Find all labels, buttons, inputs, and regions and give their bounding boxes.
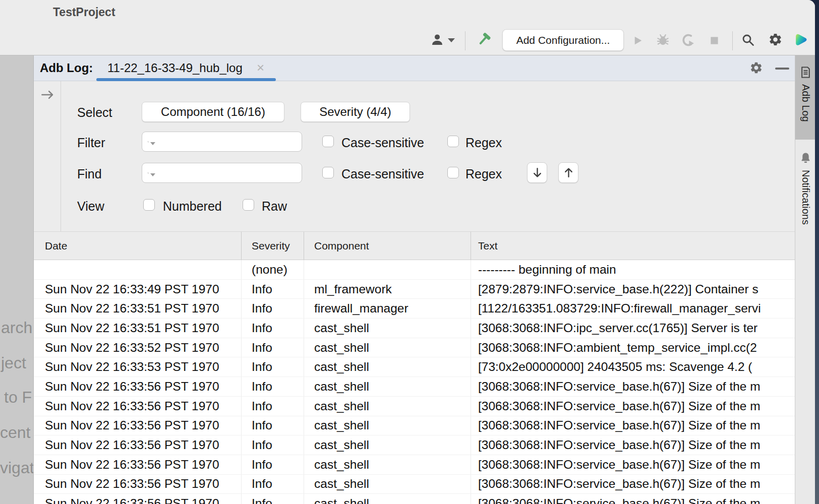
- filter-regex-checkbox[interactable]: [447, 136, 459, 147]
- log-file-tab[interactable]: 11-22_16-33-49_hub_log ×: [96, 55, 276, 81]
- search-icon[interactable]: [741, 33, 755, 47]
- find-input-wrap: [142, 163, 302, 183]
- component-filter-button[interactable]: Component (16/16): [142, 102, 284, 122]
- log-table-row[interactable]: Sun Nov 22 16:33:51 PST 1970 Info cast_s…: [34, 319, 795, 338]
- toolwindow-tab-notifications[interactable]: Notifications: [795, 146, 815, 302]
- find-regex-label: Regex: [465, 167, 502, 181]
- run-icon[interactable]: [631, 34, 644, 47]
- find-case-sensitive-checkbox[interactable]: [322, 167, 334, 178]
- toolbar-separator: [732, 31, 733, 50]
- user-icon[interactable]: [430, 32, 445, 47]
- log-component-cell: cast_shell: [304, 435, 471, 455]
- filter-section: Select Component (16/16) Severity (4/4) …: [34, 81, 795, 231]
- find-label: Find: [77, 167, 102, 181]
- log-text-cell: [3068:3068:INFO:service_base.h(67)] Size…: [471, 416, 795, 435]
- debug-icon[interactable]: [656, 33, 670, 47]
- log-text-cell: --------- beginning of main: [471, 260, 795, 279]
- log-text-cell: [3068:3068:INFO:ipc_server.cc(1765)] Ser…: [471, 319, 795, 338]
- log-date-cell: Sun Nov 22 16:33:56 PST 1970: [34, 494, 242, 504]
- log-component-cell: cast_shell: [304, 397, 471, 416]
- assistant-sphere-icon[interactable]: [793, 32, 808, 47]
- numbered-label: Numbered: [163, 199, 222, 214]
- log-severity-cell: Info: [242, 455, 304, 474]
- find-regex-checkbox[interactable]: [447, 167, 459, 178]
- build-hammer-icon[interactable]: [475, 31, 492, 48]
- log-table-row[interactable]: Sun Nov 22 16:33:51 PST 1970 Info firewa…: [34, 299, 795, 319]
- log-component-cell: cast_shell: [304, 357, 471, 376]
- log-text-cell: [3068:3068:INFO:service_base.h(67)] Size…: [471, 435, 795, 455]
- log-table-body: (none) --------- beginning of main Sun N…: [34, 260, 795, 504]
- raw-label: Raw: [262, 199, 287, 214]
- log-text-cell: [3068:3068:INFO:service_base.h(67)] Size…: [471, 377, 795, 396]
- log-date-cell: Sun Nov 22 16:33:49 PST 1970: [34, 280, 242, 299]
- profiler-icon[interactable]: [681, 33, 695, 47]
- log-table-row[interactable]: Sun Nov 22 16:33:56 PST 1970 Info cast_s…: [34, 416, 795, 436]
- log-date-cell: Sun Nov 22 16:33:53 PST 1970: [34, 357, 242, 376]
- close-icon[interactable]: ×: [257, 60, 264, 75]
- toolwindow-tab-adb-log[interactable]: Adb Log: [795, 55, 815, 140]
- log-date-cell: [34, 260, 242, 279]
- toolwindow-tab-label: Adb Log: [800, 84, 811, 122]
- toolwindow-tab-label: Notifications: [800, 170, 811, 225]
- search-icon: [147, 167, 149, 179]
- adb-log-panel: Adb Log: 11-22_16-33-49_hub_log ×: [33, 55, 795, 504]
- log-text-cell: [1122/163351.083729:INFO:firewall_manage…: [471, 299, 795, 318]
- log-text-cell: [3068:3068:INFO:ambient_temp_service_imp…: [471, 338, 795, 357]
- log-component-cell: cast_shell: [304, 494, 471, 504]
- minimize-icon[interactable]: [775, 68, 789, 70]
- filter-case-sensitive-label: Case-sensitive: [341, 136, 424, 150]
- log-table-row[interactable]: Sun Nov 22 16:33:56 PST 1970 Info cast_s…: [34, 455, 795, 475]
- log-table-row[interactable]: Sun Nov 22 16:33:49 PST 1970 Info ml_fra…: [34, 280, 795, 299]
- settings-icon[interactable]: [768, 32, 783, 47]
- log-table-header: Date Severity Component Text: [34, 231, 795, 260]
- log-table-row[interactable]: (none) --------- beginning of main: [34, 260, 795, 280]
- log-severity-cell: Info: [242, 357, 304, 376]
- log-table-row[interactable]: Sun Nov 22 16:33:53 PST 1970 Info cast_s…: [34, 357, 795, 377]
- log-severity-cell: Info: [242, 397, 304, 416]
- column-header-severity[interactable]: Severity: [242, 232, 304, 260]
- log-severity-cell: Info: [242, 280, 304, 299]
- log-text-cell: [73:0x2e00000000] 24043505 ms: Scavenge …: [471, 357, 795, 376]
- log-table-row[interactable]: Sun Nov 22 16:33:56 PST 1970 Info cast_s…: [34, 494, 795, 504]
- log-text-cell: [3068:3068:INFO:service_base.h(67)] Size…: [471, 455, 795, 474]
- raw-checkbox[interactable]: [243, 199, 254, 211]
- right-toolwindow-bar: Adb Log Notifications: [795, 55, 815, 504]
- log-date-cell: Sun Nov 22 16:33:56 PST 1970: [34, 435, 242, 455]
- filter-case-sensitive-checkbox[interactable]: [322, 136, 334, 147]
- column-header-component[interactable]: Component: [304, 232, 471, 260]
- main-area: arch ject to F cent vigat Adb Log: 11-22…: [0, 55, 815, 504]
- bg-text-fragment: to F: [4, 388, 32, 407]
- stop-icon[interactable]: [710, 36, 719, 45]
- log-table-row[interactable]: Sun Nov 22 16:33:56 PST 1970 Info cast_s…: [34, 397, 795, 416]
- find-next-button[interactable]: [527, 162, 547, 183]
- log-table-row[interactable]: Sun Nov 22 16:33:52 PST 1970 Info cast_s…: [34, 338, 795, 358]
- search-options-chevron-icon[interactable]: [150, 142, 155, 145]
- log-table-row[interactable]: Sun Nov 22 16:33:56 PST 1970 Info cast_s…: [34, 475, 795, 494]
- ide-window: TestProject Add Configuration...: [0, 0, 815, 504]
- panel-settings-gear-icon[interactable]: [749, 61, 763, 75]
- log-severity-cell: Info: [242, 338, 304, 357]
- log-table-row[interactable]: Sun Nov 22 16:33:56 PST 1970 Info cast_s…: [34, 377, 795, 397]
- column-header-date[interactable]: Date: [34, 232, 242, 260]
- log-date-cell: Sun Nov 22 16:33:52 PST 1970: [34, 338, 242, 357]
- log-text-cell: [3068:3068:INFO:service_base.h(67)] Size…: [471, 475, 795, 494]
- log-severity-cell: Info: [242, 377, 304, 396]
- severity-filter-button[interactable]: Severity (4/4): [301, 102, 410, 122]
- log-text-cell: [3068:3068:INFO:service_base.h(67)] Size…: [471, 397, 795, 416]
- find-previous-button[interactable]: [558, 162, 578, 183]
- filter-input-wrap: [142, 132, 302, 152]
- add-configuration-button[interactable]: Add Configuration...: [502, 29, 624, 51]
- select-label: Select: [77, 105, 112, 120]
- numbered-checkbox[interactable]: [143, 199, 155, 211]
- search-options-chevron-icon[interactable]: [150, 173, 155, 176]
- column-header-text[interactable]: Text: [471, 232, 795, 260]
- log-date-cell: Sun Nov 22 16:33:56 PST 1970: [34, 397, 242, 416]
- panel-title: Adb Log:: [40, 61, 93, 75]
- log-component-cell: [304, 260, 471, 279]
- user-chevron-icon[interactable]: [448, 38, 455, 42]
- log-component-cell: cast_shell: [304, 455, 471, 474]
- find-input[interactable]: [156, 163, 302, 182]
- collapse-arrow-icon[interactable]: [40, 87, 55, 102]
- log-table-row[interactable]: Sun Nov 22 16:33:56 PST 1970 Info cast_s…: [34, 435, 795, 455]
- filter-input[interactable]: [156, 132, 302, 151]
